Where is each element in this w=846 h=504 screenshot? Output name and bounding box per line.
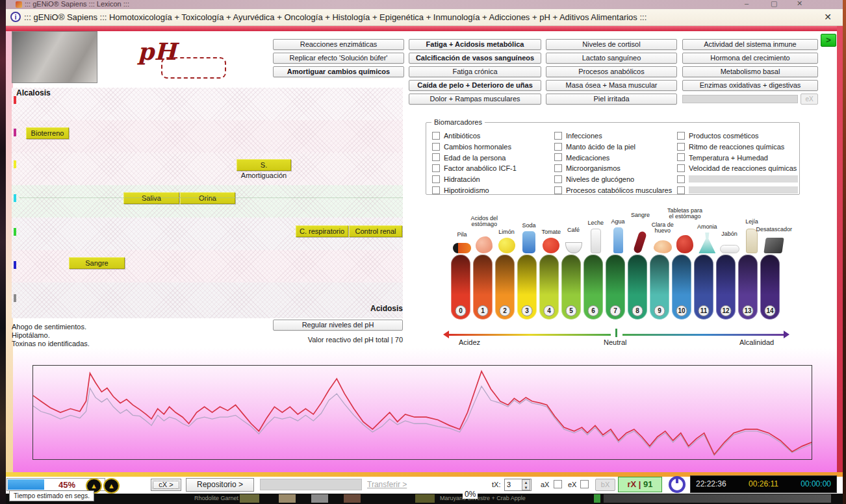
flask-icon [699, 233, 715, 253]
ax-label: aX [541, 481, 549, 488]
action-column-3: Niveles de cortisolLactato sanguíneoProc… [546, 39, 677, 107]
action-button-dolor-rampas-musculares[interactable]: Dolor + Rampas musculares [409, 94, 541, 105]
ph-marker-bioterreno[interactable]: Bioterreno [26, 127, 69, 139]
checkbox-infecciones[interactable] [554, 132, 562, 140]
alkalinity-arrow [622, 334, 784, 336]
ph-marker-orina[interactable]: Orina [180, 192, 235, 204]
action-button-actividad-del-sistema-inmune[interactable]: Actividad del sistema inmune [682, 39, 818, 50]
checkbox-edad-de-la-persona[interactable] [432, 153, 440, 161]
next-page-button[interactable]: > [821, 34, 836, 47]
ph-marker-sangre[interactable]: Sangre [69, 257, 125, 269]
repository-button[interactable]: Repositorio > [186, 478, 254, 492]
action-button-reacciones-enzimaticas[interactable]: Reacciones enzimáticas [273, 39, 404, 50]
checkbox-procesos-catabolicos-musculares[interactable] [554, 186, 562, 194]
transfer-link[interactable]: Transferir > [367, 480, 407, 489]
window-close-button[interactable]: ✕ [822, 12, 834, 22]
window-accent-bar [6, 26, 843, 31]
clock-panel: 22:22:36 00:26:11 00:00:00 [690, 475, 837, 493]
band-tick-1 [14, 129, 16, 136]
ph-bar-9: 9 [650, 255, 669, 320]
checkbox-temperatura-humedad[interactable] [677, 153, 685, 161]
band-tick-3 [14, 194, 16, 202]
ph-bar-14: 14 [760, 255, 780, 320]
checkbox-niveles-de-glucogeno[interactable] [554, 175, 562, 183]
ph-scale-bars: 01234567891011121314 [451, 255, 785, 320]
checkbox-blank-4[interactable] [677, 175, 685, 183]
regulate-ph-button[interactable]: Regular niveles del pH [273, 320, 403, 331]
ex-button[interactable]: eX [801, 94, 818, 105]
action-button-replicar-efecto-solucion-bufer[interactable]: Replicar efecto 'Solución búfer' [273, 53, 404, 64]
ax-checkbox[interactable] [554, 480, 562, 488]
action-button-niveles-de-cortisol[interactable]: Niveles de cortisol [546, 39, 677, 50]
elapsed-time: 00:26:11 [749, 476, 778, 492]
checkbox-label: Factor anabólico ICF-1 [444, 164, 517, 172]
bx-button[interactable]: bX [595, 479, 615, 491]
ph-item-amonia: Amonia [695, 204, 719, 253]
cx-button[interactable]: cX > [151, 479, 181, 491]
behind-maximize-icon[interactable]: ▢ [771, 0, 777, 8]
tx-spinner-arrows-icon[interactable]: ▲▼ [522, 479, 530, 490]
blank-input[interactable] [689, 175, 798, 183]
biomarker-blank [677, 184, 798, 194]
window-titlebar[interactable]: i ::: gENiO® Sapiens ::: Homotoxicología… [6, 9, 843, 26]
action-button-enzimas-oxidativas-digestivas[interactable]: Enzimas oxidativas + digestivas [682, 80, 818, 91]
stomach-icon [476, 236, 493, 253]
action-button-masa-osea-masa-muscular[interactable]: Masa ósea + Masa muscular [546, 80, 677, 91]
checkbox-label: Infecciones [566, 132, 602, 140]
blank-input[interactable] [689, 186, 798, 194]
ex-input[interactable] [682, 95, 798, 103]
biomarker-manto-acido-de-la-piel: Manto ácido de la piel [554, 140, 635, 150]
clock-time: 22:22:36 [696, 476, 726, 492]
action-button-fatiga-cronica[interactable]: Fatiga crónica [409, 66, 541, 77]
behind-close-icon[interactable]: ✕ [797, 0, 802, 8]
ph-marker-c-respiratorio[interactable]: C. respiratorio [296, 225, 348, 237]
app-info-icon: i [10, 12, 21, 22]
ph-marker-saliva[interactable]: Saliva [123, 192, 179, 204]
checkbox-hidratacion[interactable] [432, 175, 440, 183]
power-icon[interactable] [669, 476, 686, 493]
ph-bar-number: 10 [676, 305, 687, 316]
ph-bar-4: 4 [539, 255, 559, 320]
ph-marker-s-amortiguacion[interactable]: S. Amortiguación [237, 159, 291, 171]
behind-window-titlebar[interactable]: ::: gENiO® Sapiens ::: Lexicon ::: – ▢ ✕ [0, 0, 846, 9]
checkbox-factor-anabolico-icf-1[interactable] [432, 164, 440, 172]
toolbar-input[interactable] [260, 479, 362, 490]
ph-item-label: Agua [611, 219, 625, 225]
behind-minimize-icon[interactable]: – [745, 0, 749, 7]
ph-bar-number: 3 [522, 305, 533, 316]
action-button-fatiga-acidosis-metabolica[interactable]: Fatiga + Acidosis metabólica [409, 39, 541, 50]
action-button-procesos-anabolicos[interactable]: Procesos anabólicos [546, 66, 677, 77]
action-button-metabolismo-basal[interactable]: Metabolismo basal [682, 66, 818, 77]
band-row-0 [12, 88, 403, 120]
checkbox-blank-5[interactable] [677, 186, 685, 194]
desktop-thumbnail [594, 494, 600, 503]
checkbox-label: Temperatura + Humedad [689, 153, 768, 161]
ph-item-label: Clara de huevo [652, 222, 674, 234]
ph-bar-number: 14 [765, 305, 776, 316]
ph-bar-number: 4 [544, 305, 555, 316]
checkbox-ritmo-de-reacciones-quimicas[interactable] [677, 143, 685, 151]
checkbox-label: Procesos catabólicos musculares [566, 186, 672, 194]
checkbox-hipotiroidismo[interactable] [432, 186, 440, 194]
ph-marker-control-renal[interactable]: Control renal [349, 225, 402, 237]
behind-window-icon [16, 1, 22, 8]
action-column-2: Fatiga + Acidosis metabólicaCalcificació… [409, 39, 541, 107]
ex-checkbox[interactable] [580, 480, 589, 488]
ph-bar-number: 8 [632, 305, 643, 316]
action-button-amortiguar-cambios-quimicos[interactable]: Amortiguar cambios químicos [273, 66, 404, 77]
checkbox-cambios-hormonales[interactable] [432, 143, 440, 151]
action-button-caida-de-pelo-deterioro-de-unas[interactable]: Caída de pelo + Deterioro de uñas [409, 80, 541, 91]
acidity-label: Acidez [459, 338, 480, 346]
checkbox-antibioticos[interactable] [432, 132, 440, 140]
action-button-calcificacion-de-vasos-sanguineos[interactable]: Calcificación de vasos sanguíneos [409, 53, 541, 64]
checkbox-manto-acido-de-la-piel[interactable] [554, 143, 562, 151]
checkbox-medicaciones[interactable] [554, 153, 562, 161]
ph-item-soda: Soda [517, 204, 541, 253]
eject-up-button-2[interactable]: ▲ [103, 478, 120, 494]
checkbox-microorganismos[interactable] [554, 164, 562, 172]
action-button-piel-irritada[interactable]: Piel irritada [546, 94, 677, 105]
checkbox-velocidad-de-reacciones-quimicas[interactable] [677, 164, 685, 172]
action-button-lactato-sanguineo[interactable]: Lactato sanguíneo [546, 53, 677, 64]
checkbox-productos-cosmeticos[interactable] [677, 132, 685, 140]
action-button-hormona-del-crecimiento[interactable]: Hormona del crecimiento [682, 53, 818, 64]
